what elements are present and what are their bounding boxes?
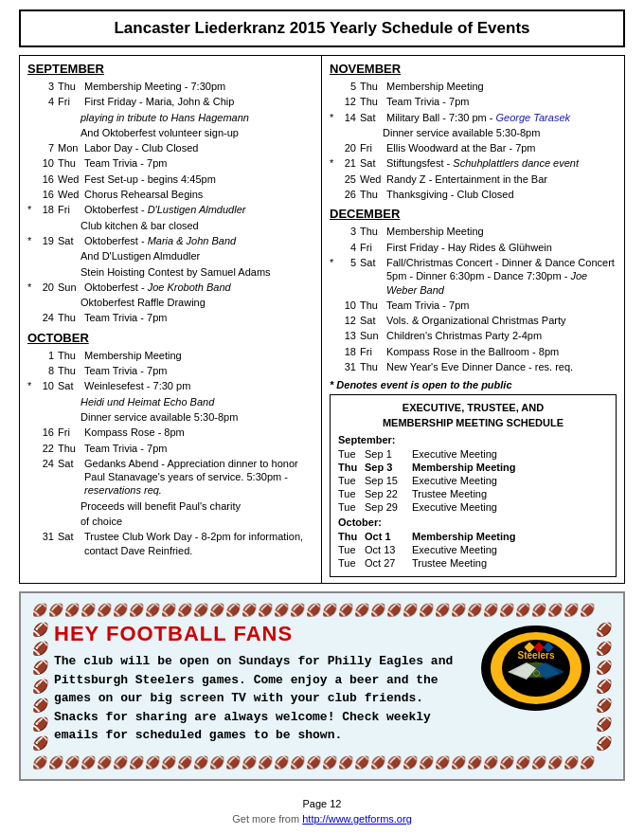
exec-title: EXECUTIVE, TRUSTEE, AND MEMBERSHIP MEETI… (338, 401, 608, 430)
svg-text:⬡: ⬡ (532, 669, 539, 678)
list-item: 31 Sat Trustee Club Work Day - 8-2pm for… (27, 530, 313, 557)
denotes-note: * Denotes event is open to the public (330, 379, 617, 390)
list-item: And Oktoberfest volunteer sign-up (27, 126, 313, 139)
football-section: 🏈 🏈 🏈 🏈 🏈 🏈 🏈 🏈 🏈 🏈 🏈 🏈 🏈 🏈 🏈 🏈 🏈 🏈 🏈 🏈 … (19, 591, 625, 781)
page-title: Lancaster Liederkranz 2015 Yearly Schedu… (30, 19, 614, 38)
title-box: Lancaster Liederkranz 2015 Yearly Schedu… (19, 9, 625, 47)
list-item: 20 Fri Ellis Woodward at the Bar - 7pm (330, 141, 617, 154)
page-number: Page 12 (19, 798, 625, 809)
list-item: Thu Oct 1 Membership Meeting (338, 531, 608, 542)
list-item: 7 Mon Labor Day - Club Closed (27, 141, 313, 154)
list-item: 18 Fri Kompass Rose in the Ballroom - 8p… (330, 345, 617, 358)
football-body: The club will be open on Sundays for Phi… (54, 652, 474, 745)
list-item: of choice (27, 515, 313, 528)
month-september: SEPTEMBER (27, 62, 313, 76)
football-right-icons: 🏈 🏈 🏈 🏈 🏈 🏈 🏈 (596, 622, 612, 751)
list-item: 8 Thu Team Trivia - 7pm (27, 364, 313, 377)
list-item: 1 Thu Membership Meeting (27, 349, 313, 362)
list-item: Tue Oct 13 Executive Meeting (338, 544, 608, 555)
list-item: * 10 Sat Weinlesefest - 7:30 pm (27, 379, 313, 392)
list-item: * 5 Sat Fall/Christmas Concert - Dinner … (330, 256, 617, 297)
list-item: And D'Lustigen Almdudler (27, 249, 313, 263)
exec-month-september: September: (338, 434, 608, 445)
list-item: 3 Thu Membership Meeting - 7:30pm (27, 80, 313, 93)
list-item: playing in tribute to Hans Hagemann (27, 111, 313, 124)
list-item: Stein Hoisting Contest by Samuel Adams (27, 265, 313, 279)
month-october: OCTOBER (27, 331, 313, 345)
list-item: Tue Oct 27 Trustee Meeting (338, 557, 608, 569)
list-item: 4 Fri First Friday - Maria, John & Chip (27, 95, 313, 108)
list-item: Dinner service available 5:30-8pm (330, 126, 617, 139)
football-text-logo: HEY FOOTBALL FANS The club will be open … (54, 622, 590, 745)
list-item: 12 Thu Team Trivia - 7pm (330, 95, 617, 108)
list-item: 13 Sun Children's Christmas Party 2-4pm (330, 329, 617, 342)
exec-box: EXECUTIVE, TRUSTEE, AND MEMBERSHIP MEETI… (330, 394, 617, 577)
list-item: * 20 Sun Oktoberfest - Joe Kroboth Band (27, 281, 313, 294)
list-item: 10 Thu Team Trivia - 7pm (330, 299, 617, 312)
list-item: Proceeds will benefit Paul's charity (27, 499, 313, 513)
source-line: Get more from http://www.getforms.org (19, 813, 625, 825)
list-item: 16 Wed Fest Set-up - begins 4:45pm (27, 172, 313, 186)
col-right: NOVEMBER 5 Thu Membership Meeting 12 Thu… (322, 56, 624, 583)
football-border-top: 🏈 🏈 🏈 🏈 🏈 🏈 🏈 🏈 🏈 🏈 🏈 🏈 🏈 🏈 🏈 🏈 🏈 🏈 🏈 🏈 … (32, 603, 612, 617)
month-december: DECEMBER (330, 207, 617, 221)
list-item: * 19 Sat Oktoberfest - Maria & John Band (27, 234, 313, 247)
list-item: 24 Thu Team Trivia - 7pm (27, 311, 313, 324)
list-item: 12 Sat Vols. & Organizational Christmas … (330, 314, 617, 327)
month-november: NOVEMBER (330, 62, 617, 76)
schedule-grid: SEPTEMBER 3 Thu Membership Meeting - 7:3… (19, 55, 625, 584)
list-item: 16 Fri Kompass Rose - 8pm (27, 426, 313, 439)
list-item: 10 Thu Team Trivia - 7pm (27, 156, 313, 170)
list-item: 4 Fri First Friday - Hay Rides & Glühwei… (330, 241, 617, 254)
football-left-icons: 🏈 🏈 🏈 🏈 🏈 🏈 🏈 (32, 622, 48, 751)
list-item: Tue Sep 1 Executive Meeting (338, 448, 608, 460)
list-item: Heidi und Heimat Echo Band (27, 395, 313, 408)
football-text: HEY FOOTBALL FANS The club will be open … (54, 622, 474, 745)
list-item: Oktoberfest Raffle Drawing (27, 296, 313, 309)
list-item: Tue Sep 15 Executive Meeting (338, 475, 608, 486)
list-item: Dinner service available 5:30-8pm (27, 410, 313, 424)
list-item: * 21 Sat Stiftungsfest - Schuhplattlers … (330, 156, 617, 170)
exec-month-october: October: (338, 517, 608, 528)
list-item: 24 Sat Gedanks Abend - Appreciation dinn… (27, 457, 313, 498)
list-item: 16 Wed Chorus Rehearsal Begins (27, 188, 313, 201)
page-wrapper: Lancaster Liederkranz 2015 Yearly Schedu… (0, 0, 644, 834)
list-item: 22 Thu Team Trivia - 7pm (27, 442, 313, 455)
list-item: Club kitchen & bar closed (27, 219, 313, 232)
list-item: * 18 Fri Oktoberfest - D'Lustigen Almdud… (27, 203, 313, 216)
football-heading: HEY FOOTBALL FANS (54, 622, 474, 646)
list-item: 31 Thu New Year's Eve Dinner Dance - res… (330, 360, 617, 373)
list-item: 25 Wed Randy Z - Entertainment in the Ba… (330, 172, 617, 186)
list-item: 26 Thu Thanksgiving - Club Closed (330, 188, 617, 201)
col-left: SEPTEMBER 3 Thu Membership Meeting - 7:3… (20, 56, 322, 583)
list-item: * 14 Sat Military Ball - 7:30 pm - Georg… (330, 111, 617, 124)
steelers-logo-svg: Steelers ⬡ (484, 626, 588, 710)
list-item: Thu Sep 3 Membership Meeting (338, 462, 608, 473)
football-border-bottom: 🏈 🏈 🏈 🏈 🏈 🏈 🏈 🏈 🏈 🏈 🏈 🏈 🏈 🏈 🏈 🏈 🏈 🏈 🏈 🏈 … (32, 755, 612, 770)
list-item: Tue Sep 22 Trustee Meeting (338, 488, 608, 499)
list-item: Tue Sep 29 Executive Meeting (338, 501, 608, 513)
list-item: 3 Thu Membership Meeting (330, 225, 617, 238)
list-item: 5 Thu Membership Meeting (330, 80, 617, 93)
page-footer: Page 12 Get more from http://www.getform… (19, 789, 625, 825)
source-url-link[interactable]: http://www.getforms.org (302, 813, 412, 825)
football-content: 🏈 🏈 🏈 🏈 🏈 🏈 🏈 HEY FOOTBALL FANS The club… (32, 622, 612, 751)
steelers-logo: Steelers ⬡ (481, 626, 590, 711)
